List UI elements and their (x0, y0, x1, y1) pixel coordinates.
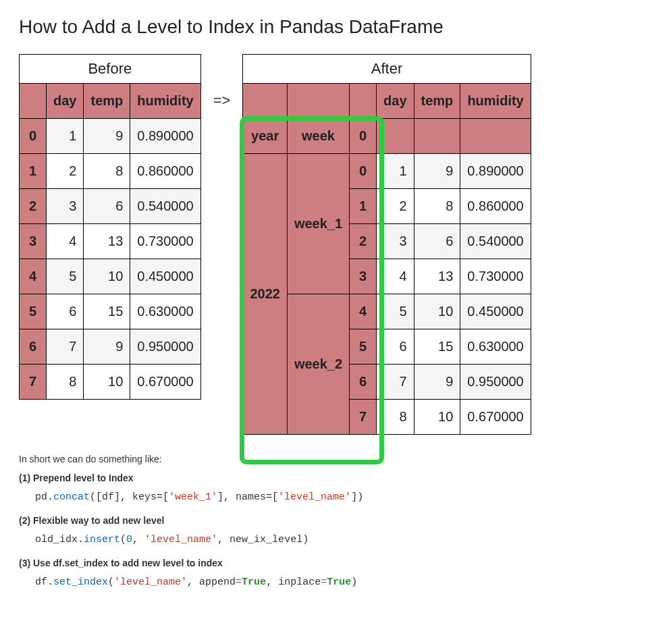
cell-temp: 9 (414, 365, 460, 400)
row-index: 5 (20, 294, 47, 329)
cell-day: 2 (377, 189, 414, 224)
cell-humidity: 0.540000 (460, 224, 531, 259)
cell-temp: 8 (84, 154, 130, 189)
week2-value: week_2 (287, 294, 349, 435)
row-index: 3 (20, 224, 47, 259)
cell-humidity: 0.450000 (130, 259, 200, 294)
cell-day: 7 (47, 329, 84, 365)
tables-comparison: Before day temp humidity 0 1 9 0.890000 … (19, 54, 652, 435)
table-row: 6 7 9 0.950000 (20, 329, 201, 365)
cell-temp: 15 (414, 329, 460, 365)
cell-humidity: 0.860000 (130, 154, 200, 189)
code-block-3: df.set_index('level_name', append=True, … (35, 576, 652, 588)
table-row: 1 2 8 0.860000 (20, 154, 201, 189)
cell-day: 6 (47, 294, 84, 329)
row-index: 7 (350, 400, 377, 435)
after-col-temp: temp (414, 84, 460, 119)
after-index-name-year: year (243, 119, 288, 154)
table-row: 4 5 10 0.450000 (20, 259, 201, 294)
before-caption: Before (19, 54, 201, 83)
cell-day: 7 (377, 365, 414, 400)
cell-day: 8 (47, 365, 84, 400)
cell-humidity: 0.950000 (460, 365, 531, 400)
cell-temp: 6 (84, 189, 130, 224)
table-row: 2 3 6 0.540000 (20, 189, 201, 224)
cell-humidity: 0.890000 (130, 119, 200, 154)
after-blank-cell (414, 119, 460, 154)
note-item-3-title: (3) Use df.set_index to add new level to… (19, 558, 223, 568)
before-index-header (20, 84, 47, 119)
cell-day: 4 (377, 259, 414, 294)
cell-humidity: 0.670000 (460, 400, 531, 435)
table-row: 7 8 10 0.670000 (20, 365, 201, 400)
after-blank-header (243, 84, 288, 119)
notes-intro: In short we can do something like: (19, 454, 652, 464)
cell-day: 5 (377, 294, 414, 329)
code-block-2: old_idx.insert(0, 'level_name', new_ix_l… (35, 534, 652, 545)
cell-humidity: 0.540000 (130, 189, 200, 224)
row-index: 1 (350, 189, 377, 224)
after-col-humidity: humidity (460, 84, 531, 119)
page-title: How to Add a Level to Index in Pandas Da… (19, 16, 652, 38)
note-item-1-title: (1) Prepend level to Index (19, 473, 134, 483)
after-index-name-inner: 0 (350, 119, 377, 154)
cell-temp: 8 (414, 189, 460, 224)
row-index: 6 (350, 365, 377, 400)
row-index: 6 (20, 329, 47, 365)
after-table: After day temp humidity year week 0 (242, 54, 531, 435)
after-blank-cell (377, 119, 414, 154)
cell-temp: 9 (414, 154, 460, 189)
cell-humidity: 0.630000 (460, 329, 531, 365)
cell-day: 2 (47, 154, 84, 189)
cell-temp: 10 (414, 400, 460, 435)
cell-day: 6 (377, 329, 414, 365)
cell-day: 3 (47, 189, 84, 224)
arrow-icon: => (213, 92, 231, 109)
table-row: 0 1 9 0.890000 (20, 119, 201, 154)
notes-section: In short we can do something like: (1) P… (19, 454, 652, 588)
table-row: 3 4 13 0.730000 (20, 224, 201, 259)
week1-value: week_1 (287, 154, 349, 294)
cell-temp: 13 (84, 224, 130, 259)
cell-temp: 6 (414, 224, 460, 259)
cell-humidity: 0.630000 (130, 294, 200, 329)
cell-humidity: 0.860000 (460, 189, 531, 224)
year-value: 2022 (243, 154, 288, 435)
cell-humidity: 0.950000 (130, 329, 200, 365)
after-caption: After (242, 54, 531, 83)
before-col-day: day (47, 84, 84, 119)
after-blank-header (287, 84, 349, 119)
cell-temp: 10 (414, 294, 460, 329)
cell-day: 8 (377, 400, 414, 435)
after-index-name-week: week (287, 119, 349, 154)
row-index: 1 (20, 154, 47, 189)
cell-humidity: 0.730000 (130, 224, 200, 259)
after-col-day: day (377, 84, 414, 119)
cell-temp: 9 (84, 329, 130, 365)
before-col-humidity: humidity (130, 84, 200, 119)
cell-day: 4 (47, 224, 84, 259)
row-index: 2 (350, 224, 377, 259)
row-index: 0 (350, 154, 377, 189)
table-row: 5 6 15 0.630000 (20, 294, 201, 329)
cell-temp: 9 (84, 119, 130, 154)
after-blank-cell (460, 119, 531, 154)
after-blank-header (350, 84, 377, 119)
cell-humidity: 0.730000 (460, 259, 531, 294)
cell-temp: 15 (84, 294, 130, 329)
cell-day: 3 (377, 224, 414, 259)
row-index: 2 (20, 189, 47, 224)
table-row: 2022 week_1 0 1 9 0.890000 (243, 154, 531, 189)
cell-humidity: 0.890000 (460, 154, 531, 189)
row-index: 4 (20, 259, 47, 294)
row-index: 0 (20, 119, 47, 154)
cell-humidity: 0.670000 (130, 365, 200, 400)
row-index: 5 (350, 329, 377, 365)
before-table: Before day temp humidity 0 1 9 0.890000 … (19, 54, 201, 400)
cell-temp: 10 (84, 365, 130, 400)
code-block-1: pd.concat([df], keys=['week_1'], names=[… (35, 491, 652, 503)
row-index: 7 (20, 365, 47, 400)
note-item-2-title: (2) Flexible way to add new level (19, 515, 165, 526)
cell-day: 5 (47, 259, 84, 294)
cell-temp: 13 (414, 259, 460, 294)
